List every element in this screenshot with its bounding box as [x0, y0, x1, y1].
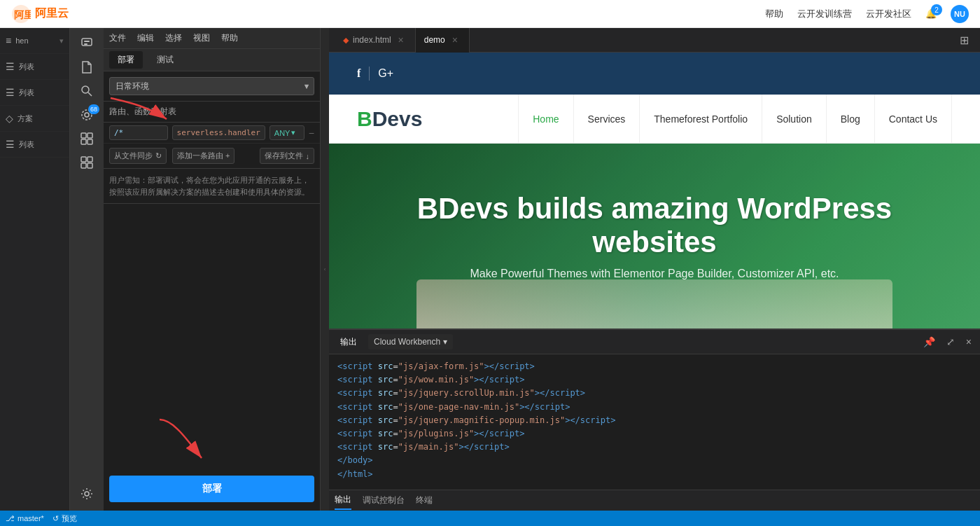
collapse-icon: ‹ — [324, 266, 326, 272]
list2-label: 列表 — [19, 88, 34, 98]
logo-b: B — [357, 107, 372, 131]
website-logo: BDevs — [357, 107, 422, 131]
status-bar: ⎇ master* ↺ 预览 — [0, 511, 980, 526]
nav-services[interactable]: Services — [574, 95, 640, 144]
git-branch[interactable]: ⎇ master* — [6, 514, 44, 523]
env-select[interactable]: 日常环境 — [109, 77, 314, 95]
menu-file[interactable]: 文件 — [109, 32, 126, 44]
list3-icon: ☰ — [6, 139, 15, 150]
social-divider — [369, 67, 370, 81]
code-line-9: </html> — [337, 468, 972, 481]
user-avatar[interactable]: NU — [951, 5, 969, 23]
route-table-header: 路由、函数映射表 — [104, 102, 320, 123]
svg-rect-15 — [81, 163, 86, 168]
branch-name: master* — [18, 514, 44, 522]
close-output-icon[interactable]: × — [963, 335, 974, 349]
tab-debug-console[interactable]: 调试控制台 — [363, 492, 405, 509]
file-icon — [81, 61, 92, 74]
training-link[interactable]: 云开发训练营 — [797, 8, 852, 20]
pin-icon[interactable]: 📌 — [920, 335, 938, 349]
hero-image-strip — [416, 279, 892, 328]
sidebar-icon-deploy[interactable] — [73, 32, 101, 55]
cloud-workbench-select[interactable]: Cloud Workbench ▾ — [368, 334, 453, 349]
sidebar-icon-grid[interactable] — [73, 151, 101, 174]
red-arrow-deploy — [132, 413, 216, 469]
code-line-4: <script src="js/one-page-nav-min.js"></s… — [337, 401, 972, 414]
sidebar-icon-search[interactable] — [73, 80, 101, 102]
svg-rect-12 — [88, 139, 92, 144]
gplus-icon[interactable]: G+ — [378, 67, 393, 80]
code-line-5: <script src="js/jquery.magnific-popup.mi… — [337, 414, 972, 427]
tab-demo-label: demo — [424, 35, 445, 45]
workbench-arrow: ▾ — [443, 337, 447, 347]
logo-text: 阿里云 — [35, 6, 69, 21]
help-link[interactable]: 帮助 — [765, 8, 783, 20]
tab-terminal[interactable]: 终端 — [416, 492, 433, 509]
btn-deploy[interactable]: 部署 — [109, 476, 314, 502]
tab-index-close[interactable]: × — [396, 34, 407, 46]
menu-select[interactable]: 选择 — [165, 32, 182, 44]
env-selector-row: 日常环境 ▾ — [104, 71, 320, 102]
btn-sync-from-file[interactable]: 从文件同步 ↻ — [109, 148, 167, 164]
route-handler[interactable]: serverless.handler — [172, 125, 265, 140]
aliyun-logo: 阿里云 阿里云 — [11, 4, 69, 24]
sidebar-icon-gear-bottom[interactable] — [73, 483, 101, 505]
sidebar-icon-blocks[interactable] — [73, 127, 101, 150]
nav-solution[interactable]: Solution — [762, 95, 827, 144]
tab-deploy[interactable]: 部署 — [109, 51, 143, 69]
outer-left-item-list3[interactable]: ☰ 列表 — [0, 132, 69, 158]
editor-panel: 文件 编辑 选择 视图 帮助 部署 测试 日常环境 ▾ — [104, 28, 321, 511]
menu-help[interactable]: 帮助 — [221, 32, 238, 44]
code-line-3: <script src="js/jquery.scrollUp.min.js">… — [337, 387, 972, 400]
route-delete-icon[interactable]: − — [309, 127, 314, 139]
hen-icon: ≡ — [6, 35, 11, 46]
outer-left-item-solution[interactable]: ◇ 方案 — [0, 106, 69, 132]
route-section-label: 路由、函数映射表 — [109, 106, 176, 116]
outer-left-item-list2[interactable]: ☰ 列表 — [0, 80, 69, 106]
nav-themeforest[interactable]: Themeforest Portfolio — [640, 95, 762, 144]
search-icon — [80, 85, 93, 97]
tab-test[interactable]: 测试 — [148, 51, 182, 69]
bottom-panel-toolbar: 输出 Cloud Workbench ▾ 📌 ⤢ × — [329, 330, 980, 354]
tab-demo-close[interactable]: × — [449, 34, 461, 46]
svg-rect-3 — [84, 41, 90, 42]
tab-index-html[interactable]: ◆ index.html × — [335, 28, 416, 53]
website-top-bar: f G+ — [329, 53, 980, 95]
route-method[interactable]: ANY ▾ — [270, 125, 304, 140]
nav-blog[interactable]: Blog — [827, 95, 875, 144]
sidebar-icon-settings[interactable]: 68 — [73, 104, 101, 126]
outer-left-item-hen[interactable]: ≡ hen ▾ — [0, 28, 69, 54]
deploy-tab-row: 部署 测试 — [104, 49, 320, 71]
preview-status[interactable]: ↺ 预览 — [52, 513, 77, 524]
hero-subtitle: Make Powerful Themes with Elementor Page… — [470, 268, 839, 280]
sidebar-icon-file[interactable] — [73, 56, 101, 78]
tab-output[interactable]: 输出 — [335, 491, 351, 510]
facebook-icon[interactable]: f — [357, 67, 360, 80]
top-bar: 阿里云 阿里云 帮助 云开发训练营 云开发社区 🔔 2 NU — [0, 0, 980, 28]
tab-demo[interactable]: demo × — [416, 28, 470, 53]
notification-count: 2 — [931, 4, 942, 15]
btn-add-route[interactable]: 添加一条路由 + — [172, 148, 234, 164]
menu-edit[interactable]: 编辑 — [137, 32, 154, 44]
notification-bell[interactable]: 🔔 2 — [925, 8, 937, 19]
branch-icon: ⎇ — [6, 514, 15, 523]
bottom-tabs-row: 输出 调试控制台 终端 — [329, 490, 980, 511]
route-method-arrow: ▾ — [291, 128, 295, 137]
panel-collapse-handle[interactable]: ‹ — [321, 28, 329, 511]
hen-label: hen — [15, 36, 28, 45]
menu-view[interactable]: 视图 — [193, 32, 210, 44]
nav-home[interactable]: Home — [518, 95, 573, 144]
tab-expand[interactable]: ⊞ — [954, 34, 974, 47]
preview-icon: ↺ — [52, 514, 59, 523]
svg-rect-14 — [88, 157, 92, 162]
preview-label: 预览 — [62, 513, 77, 524]
btn-save-to-file[interactable]: 保存到文件 ↓ — [260, 148, 315, 164]
route-path[interactable]: /* — [109, 125, 168, 140]
community-link[interactable]: 云开发社区 — [866, 8, 911, 20]
nav-contact[interactable]: Contact Us — [875, 95, 952, 144]
maximize-icon[interactable]: ⤢ — [944, 335, 958, 349]
code-output: <script src="js/ajax-form.js"></script> … — [329, 354, 980, 490]
outer-left-nav: ≡ hen ▾ ☰ 列表 ☰ 列表 ◇ 方案 ☰ 列表 — [0, 28, 70, 511]
bottom-panel: 输出 Cloud Workbench ▾ 📌 ⤢ × <script src="… — [329, 328, 980, 511]
outer-left-item-list1[interactable]: ☰ 列表 — [0, 54, 69, 80]
